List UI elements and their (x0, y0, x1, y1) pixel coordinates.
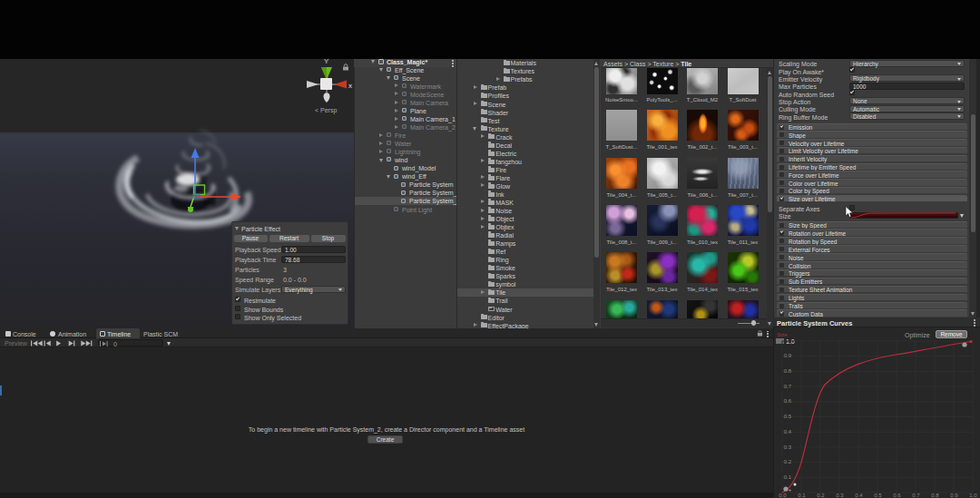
svg-text:Y: Y (324, 57, 329, 65)
svg-text:+: + (789, 487, 791, 493)
svg-text:x: x (348, 82, 352, 90)
